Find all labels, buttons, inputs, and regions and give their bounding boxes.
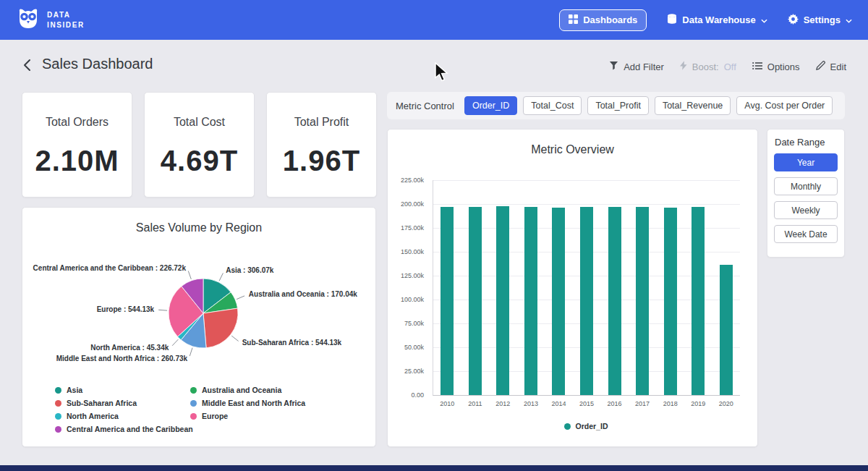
pie-legend-item-australia-and-oceania[interactable]: Australia and Oceania <box>190 386 326 394</box>
x-tick-label: 2020 <box>719 400 733 407</box>
y-tick-label: 150.00k <box>386 248 424 255</box>
y-tick-label: 50.00k <box>386 344 424 351</box>
bar-2010[interactable] <box>441 207 454 395</box>
settings-menu[interactable]: Settings <box>788 14 852 27</box>
pie-legend-label: North America <box>67 412 119 420</box>
top-navbar: DATA INSIDER Dashboards Data Warehouse <box>0 0 868 40</box>
x-tick-label: 2018 <box>663 400 678 407</box>
data-warehouse-menu[interactable]: Data Warehouse <box>667 14 767 26</box>
bar-2012[interactable] <box>496 206 509 395</box>
y-tick-label: 200.00k <box>386 200 424 208</box>
kpi-row: Total Orders2.10MTotal Cost4.69TTotal Pr… <box>22 92 377 198</box>
gear-icon <box>788 14 799 27</box>
pie-label-europe: Europe : 544.13k <box>97 305 155 313</box>
legend-dot <box>55 413 61 420</box>
bar-column: 2015 <box>573 180 601 395</box>
pie-legend-label: Asia <box>67 386 82 394</box>
x-tick-label: 2015 <box>579 400 594 407</box>
pie-legend-label: Australia and Oceania <box>202 386 281 394</box>
pie-label-line <box>190 348 192 356</box>
bar-2015[interactable] <box>580 207 593 395</box>
list-icon <box>752 61 762 72</box>
add-filter-button[interactable]: Add Filter <box>609 61 664 72</box>
bolt-icon <box>680 61 687 72</box>
pie-slice-sub-saharan-africa[interactable] <box>203 308 238 348</box>
pie-legend-label: Europe <box>202 412 228 420</box>
pie-legend-item-asia[interactable]: Asia <box>55 386 190 394</box>
bar-column: 2019 <box>684 180 712 395</box>
pie-legend-item-sub-saharan-africa[interactable]: Sub-Saharan Africa <box>55 399 190 407</box>
data-warehouse-label: Data Warehouse <box>682 14 755 25</box>
pie-label-australia-and-oceania: Australia and Oceania : 170.04k <box>249 290 358 298</box>
pie-label-line <box>188 271 191 279</box>
pie-legend-label: Middle East and North Africa <box>202 399 305 407</box>
pie-svg: Asia : 306.07kAustralia and Oceania : 17… <box>22 239 377 384</box>
bar-chart-legend[interactable]: Order_ID <box>433 422 739 430</box>
pie-chart-title: Sales Volume by Region <box>22 221 375 234</box>
kpi-label: Total Profit <box>294 116 349 129</box>
bar-2013[interactable] <box>524 207 537 395</box>
bar-2017[interactable] <box>636 207 649 395</box>
mouse-cursor <box>434 62 450 85</box>
owl-logo-icon <box>16 7 41 34</box>
pie-legend-item-central-america-and-the-caribbean[interactable]: Central America and the Caribbean <box>55 425 190 433</box>
dashboards-button[interactable]: Dashboards <box>559 9 647 31</box>
date-range-label: Date Range <box>775 137 838 148</box>
boost-toggle[interactable]: Boost: Off <box>680 61 736 72</box>
legend-dot <box>190 413 197 420</box>
boost-value: Off <box>724 61 736 72</box>
kpi-value: 1.96T <box>283 145 360 177</box>
pie-legend: AsiaSub-Saharan AfricaNorth AmericaCentr… <box>55 386 326 433</box>
date-range-card: Date Range YearMonthlyWeeklyWeek Date <box>767 129 845 258</box>
brand[interactable]: DATA INSIDER <box>16 7 85 34</box>
chevron-down-icon <box>761 14 767 25</box>
bar-legend-label: Order_ID <box>576 422 608 430</box>
funnel-icon <box>609 61 618 72</box>
x-tick-label: 2014 <box>551 400 566 407</box>
kpi-label: Total Orders <box>46 116 109 129</box>
bars: 2010201120122013201420152016201720182019… <box>433 180 740 395</box>
x-tick-label: 2017 <box>635 400 650 407</box>
options-button[interactable]: Options <box>752 61 800 72</box>
pie-label-line <box>231 336 238 341</box>
metric-button-total-profit[interactable]: Total_Profit <box>587 96 649 115</box>
pie-label-asia: Asia : 306.07k <box>226 266 274 274</box>
bar-column: 2016 <box>600 180 629 395</box>
bar-2011[interactable] <box>469 207 482 395</box>
date-range-weekly[interactable]: Weekly <box>774 201 838 219</box>
x-tick-label: 2012 <box>495 400 510 407</box>
bar-column: 2010 <box>433 180 461 395</box>
pie-legend-item-europe[interactable]: Europe <box>190 412 326 420</box>
legend-dot <box>55 400 61 407</box>
bar-column: 2013 <box>517 180 545 395</box>
x-tick-label: 2016 <box>608 400 622 407</box>
metric-button-avg-cost-per-order[interactable]: Avg. Cost per Order <box>736 96 833 115</box>
back-button[interactable] <box>20 59 34 73</box>
legend-dot <box>55 387 61 394</box>
metric-button-order-id[interactable]: Order_ID <box>464 96 517 115</box>
kpi-card-total-profit: Total Profit1.96T <box>266 92 377 198</box>
pie-legend-item-middle-east-and-north-africa[interactable]: Middle East and North Africa <box>190 399 326 407</box>
bar-2016[interactable] <box>608 207 621 395</box>
edit-button[interactable]: Edit <box>816 61 846 72</box>
y-tick-label: 175.00k <box>386 224 424 232</box>
metric-button-total-revenue[interactable]: Total_Revenue <box>655 96 731 115</box>
bar-2018[interactable] <box>664 208 677 395</box>
chevron-down-icon <box>846 14 852 25</box>
date-range-year[interactable]: Year <box>774 153 838 171</box>
date-range-monthly[interactable]: Monthly <box>774 177 838 195</box>
x-tick-label: 2011 <box>468 400 482 407</box>
pie-legend-item-north-america[interactable]: North America <box>55 412 190 420</box>
pie-legend-col: Australia and OceaniaMiddle East and Nor… <box>190 386 326 433</box>
database-icon <box>667 14 677 26</box>
bar-2020[interactable] <box>720 265 733 395</box>
metric-button-total-cost[interactable]: Total_Cost <box>523 96 582 115</box>
date-range-week-date[interactable]: Week Date <box>774 225 838 243</box>
brand-line1: DATA <box>47 10 85 20</box>
bar-2019[interactable] <box>692 207 705 395</box>
grid-icon <box>569 14 578 26</box>
dashboards-label: Dashboards <box>583 14 637 25</box>
pie-label-line <box>237 296 244 300</box>
bar-2014[interactable] <box>552 208 565 395</box>
y-tick-label: 125.00k <box>386 272 424 279</box>
